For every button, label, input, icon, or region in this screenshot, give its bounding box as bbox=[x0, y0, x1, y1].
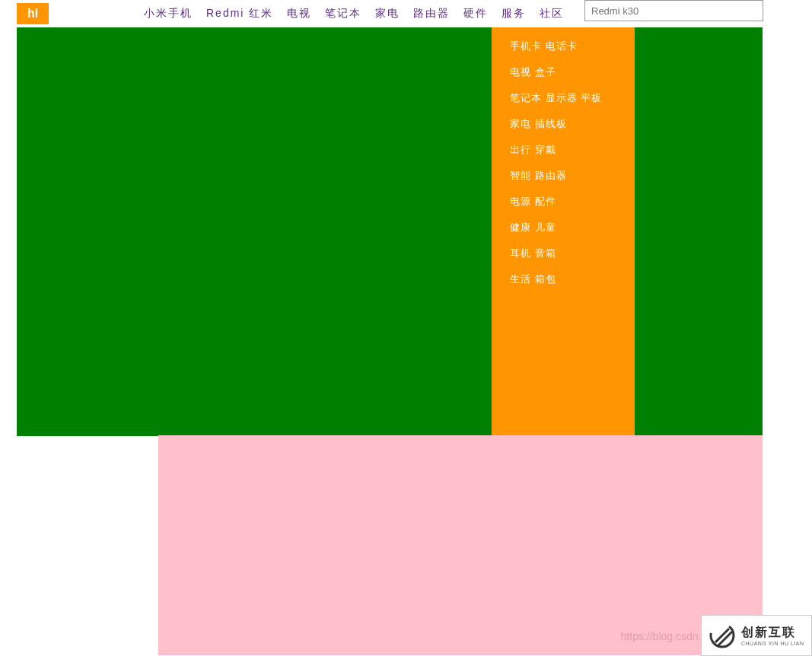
sidebar-item-travel-wear[interactable]: 出行 穿戴 bbox=[492, 137, 635, 163]
corner-logo-text: 创新互联 CHUANG XIN HU LIAN bbox=[741, 625, 804, 646]
sidebar-item-power[interactable]: 电源 配件 bbox=[492, 189, 635, 215]
sidebar-item-phone-card[interactable]: 手机卡 电话卡 bbox=[492, 33, 635, 59]
content-box bbox=[158, 435, 763, 655]
nav-item-community[interactable]: 社区 bbox=[540, 7, 564, 21]
watermark-text: https://blog.csdn.ne bbox=[621, 630, 713, 642]
search-input[interactable] bbox=[584, 0, 763, 21]
nav-item-phone[interactable]: 小米手机 bbox=[144, 7, 193, 21]
sidebar-item-health-kids[interactable]: 健康 儿童 bbox=[492, 215, 635, 240]
sidebar-item-life-bag[interactable]: 生活 箱包 bbox=[492, 266, 635, 292]
banner-area bbox=[17, 27, 763, 436]
category-sidebar: 手机卡 电话卡 电视 盒子 笔记本 显示器 平板 家电 插线板 出行 穿戴 智能… bbox=[492, 27, 635, 436]
corner-logo-en: CHUANG XIN HU LIAN bbox=[741, 641, 804, 646]
sidebar-item-smart-router[interactable]: 智能 路由器 bbox=[492, 163, 635, 189]
sidebar-item-tv-box[interactable]: 电视 盒子 bbox=[492, 59, 635, 85]
nav-item-laptop[interactable]: 笔记本 bbox=[325, 7, 361, 21]
nav-item-appliance[interactable]: 家电 bbox=[375, 7, 400, 21]
nav-item-service[interactable]: 服务 bbox=[502, 7, 526, 21]
header: hl 小米手机 Redmi 红米 电视 笔记本 家电 路由器 硬件 服务 社区 bbox=[0, 0, 812, 27]
nav-item-router[interactable]: 路由器 bbox=[413, 7, 450, 21]
sidebar-item-laptop-monitor[interactable]: 笔记本 显示器 平板 bbox=[492, 85, 635, 111]
nav-item-hardware[interactable]: 硬件 bbox=[463, 7, 488, 21]
nav: 小米手机 Redmi 红米 电视 笔记本 家电 路由器 硬件 服务 社区 bbox=[144, 7, 564, 21]
corner-logo-icon bbox=[708, 621, 737, 650]
nav-item-tv[interactable]: 电视 bbox=[287, 7, 311, 21]
sidebar-item-appliance[interactable]: 家电 插线板 bbox=[492, 111, 635, 137]
logo[interactable]: hl bbox=[17, 3, 49, 24]
corner-logo-cn: 创新互联 bbox=[741, 625, 804, 641]
logo-text: hl bbox=[27, 7, 38, 21]
sidebar-item-headphone-speaker[interactable]: 耳机 音箱 bbox=[492, 240, 635, 266]
nav-item-redmi[interactable]: Redmi 红米 bbox=[206, 7, 273, 21]
corner-logo: 创新互联 CHUANG XIN HU LIAN bbox=[701, 615, 812, 656]
